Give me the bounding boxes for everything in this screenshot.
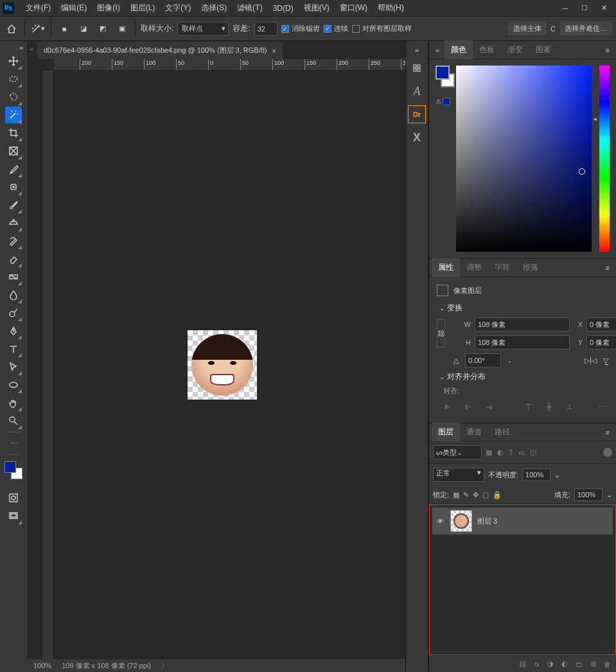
contiguous-checkbox[interactable]: 连续 — [324, 24, 348, 33]
document-tab[interactable]: d0c676e4-0956-4a03-90af-fee028cfabe4.png… — [37, 42, 283, 59]
align-right-icon[interactable]: ⫣ — [482, 400, 496, 414]
move-tool[interactable] — [5, 53, 22, 69]
layer-thumbnail[interactable] — [450, 510, 472, 532]
color-fg-swatch[interactable] — [436, 66, 450, 80]
type-tool[interactable] — [5, 340, 22, 357]
filter-shape-icon[interactable]: ▭ — [518, 448, 525, 457]
lasso-tool[interactable] — [5, 89, 22, 105]
toolbar-collapse-icon[interactable]: » — [15, 44, 27, 51]
lock-artboard-icon[interactable]: ▢ — [482, 491, 489, 499]
history-brush-tool[interactable] — [5, 233, 22, 249]
align-section[interactable]: 对齐并分布 — [437, 367, 608, 386]
filter-pixel-icon[interactable]: ▦ — [486, 448, 492, 457]
group-icon[interactable]: 🗀 — [576, 660, 583, 668]
align-left-icon[interactable]: ⊫ — [441, 400, 455, 414]
shape-tool[interactable] — [5, 376, 22, 393]
select-and-mask-button[interactable]: 选择并遮住… — [559, 22, 612, 35]
history-panel-icon[interactable] — [408, 59, 426, 77]
selection-add-icon[interactable]: ◪ — [76, 21, 91, 37]
foreground-color[interactable] — [4, 461, 16, 473]
menu-window[interactable]: 窗口(W) — [335, 3, 373, 13]
selection-subtract-icon[interactable]: ◩ — [95, 21, 110, 37]
magic-wand-icon[interactable]: ▾ — [30, 21, 46, 37]
tab-layers[interactable]: 图层 — [432, 423, 460, 441]
angle-input[interactable] — [465, 353, 501, 367]
lock-position-icon[interactable]: ✥ — [473, 491, 479, 499]
hand-tool[interactable] — [5, 394, 22, 411]
menu-view[interactable]: 视图(V) — [299, 3, 335, 13]
lock-all-icon[interactable]: 🔒 — [493, 491, 502, 499]
tab-adjustments[interactable]: 调整 — [460, 258, 488, 277]
libraries-panel-icon[interactable]: Dr — [408, 105, 426, 123]
refresh-icon[interactable]: C — [550, 25, 556, 33]
home-icon[interactable] — [4, 21, 19, 37]
close-button[interactable]: ✕ — [594, 2, 613, 15]
color-swatches[interactable] — [4, 461, 22, 479]
panel-collapse-icon[interactable]: « — [30, 45, 33, 53]
selection-new-icon[interactable]: ■ — [57, 21, 72, 37]
zoom-level[interactable]: 100% — [33, 662, 51, 669]
menu-file[interactable]: 文件(F) — [21, 3, 56, 13]
selection-intersect-icon[interactable]: ▣ — [114, 21, 130, 37]
link-wh-icon[interactable]: ⛓ — [437, 319, 445, 348]
layer-name[interactable]: 图层 3 — [477, 517, 497, 526]
status-more-icon[interactable]: 〉 — [161, 661, 168, 671]
fill-input[interactable] — [574, 488, 603, 501]
tab-properties[interactable]: 属性 — [432, 258, 460, 277]
link-layers-icon[interactable]: ⛓ — [519, 660, 526, 668]
maximize-button[interactable]: ☐ — [575, 2, 594, 15]
dodge-tool[interactable] — [5, 305, 22, 321]
menu-help[interactable]: 帮助(H) — [373, 3, 409, 13]
eyedropper-tool[interactable] — [5, 161, 22, 177]
width-input[interactable] — [475, 317, 570, 332]
align-more-icon[interactable]: ⋯ — [594, 400, 608, 414]
healing-brush-tool[interactable] — [5, 179, 22, 195]
props-menu-icon[interactable]: ≡ — [602, 264, 613, 272]
sample-size-select[interactable]: 取样点 — [177, 22, 229, 36]
align-top-icon[interactable]: ⊤ — [522, 400, 536, 414]
x-input[interactable] — [586, 317, 616, 332]
minimize-button[interactable]: ─ — [556, 2, 575, 15]
collapse-panels-icon[interactable]: « — [432, 46, 444, 54]
align-hcenter-icon[interactable]: ⊩ — [461, 400, 475, 414]
opacity-input[interactable] — [522, 468, 550, 481]
mask-icon[interactable]: ◑ — [547, 660, 554, 668]
tab-character[interactable]: 字符 — [488, 258, 516, 277]
tab-patterns[interactable]: 图案 — [529, 40, 558, 59]
menu-type[interactable]: 文字(Y) — [160, 3, 196, 13]
expand-strip-icon[interactable]: » — [411, 46, 423, 54]
web-safe-swatch[interactable] — [443, 98, 450, 105]
menu-3d[interactable]: 3D(D) — [268, 4, 299, 13]
crop-tool[interactable] — [5, 125, 22, 141]
screen-mode-icon[interactable] — [5, 508, 22, 524]
all-layers-checkbox[interactable]: 对所有图层取样 — [352, 24, 412, 33]
glyphs-panel-icon[interactable]: A — [408, 82, 426, 100]
magic-wand-tool[interactable] — [5, 107, 22, 123]
align-vcenter-icon[interactable]: ╫ — [542, 400, 556, 414]
edit-toolbar-icon[interactable]: ⋯ — [5, 435, 22, 452]
new-layer-icon[interactable]: ⊞ — [590, 660, 596, 668]
visibility-icon[interactable]: 👁 — [435, 517, 445, 525]
menu-select[interactable]: 选择(S) — [196, 3, 232, 13]
hue-slider[interactable] — [599, 66, 610, 252]
lock-paint-icon[interactable]: ✎ — [463, 491, 469, 499]
pen-tool[interactable] — [5, 323, 22, 339]
eraser-tool[interactable] — [5, 251, 22, 267]
path-selection-tool[interactable] — [5, 358, 22, 375]
brush-tool[interactable] — [5, 197, 22, 213]
antialias-checkbox[interactable]: 消除锯齿 — [281, 24, 320, 33]
marquee-tool[interactable] — [5, 71, 22, 87]
tab-paths[interactable]: 路径 — [488, 423, 516, 441]
menu-layer[interactable]: 图层(L) — [125, 3, 161, 13]
select-subject-button[interactable]: 选择主体 — [508, 22, 547, 35]
menu-filter[interactable]: 滤镜(T) — [232, 3, 267, 13]
quick-mask-icon[interactable] — [5, 490, 22, 506]
menu-edit[interactable]: 编辑(E) — [56, 3, 92, 13]
gradient-tool[interactable] — [5, 269, 22, 285]
adjustment-layer-icon[interactable]: ◐ — [561, 660, 568, 668]
fx-icon[interactable]: fx — [534, 660, 540, 668]
layer-filter-select[interactable]: ᔕ 类型 ⌄ — [433, 445, 482, 459]
frame-tool[interactable] — [5, 143, 22, 159]
clone-stamp-tool[interactable] — [5, 215, 22, 231]
close-tab-icon[interactable]: × — [272, 47, 276, 55]
